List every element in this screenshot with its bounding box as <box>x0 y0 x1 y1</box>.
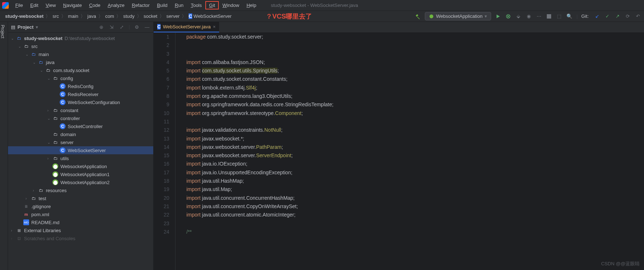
menu-view[interactable]: View <box>42 1 59 9</box>
tree-arrow[interactable]: ⌄ <box>47 76 52 80</box>
menu-tools[interactable]: Tools <box>187 1 205 9</box>
tree-arrow[interactable]: ⌄ <box>11 36 16 40</box>
run-icon[interactable] <box>495 13 501 20</box>
crumb-0[interactable]: study-websocket <box>3 13 46 19</box>
crumb-6[interactable]: socket <box>142 13 160 19</box>
tree-arrow[interactable]: › <box>11 229 16 233</box>
tree-arrow[interactable]: ⌄ <box>25 52 31 56</box>
code-line[interactable]: import java.io.UnsupportedEncodingExcept… <box>186 168 644 177</box>
code-line[interactable]: package com.study.socket.server; <box>186 33 644 41</box>
code-line[interactable]: import javax.validation.constraints.NotN… <box>186 126 644 134</box>
tree-arrow[interactable]: ⌄ <box>18 44 23 48</box>
gear-icon[interactable]: ⚙ <box>134 24 140 31</box>
code-line[interactable]: import java.util.concurrent.atomic.Atomi… <box>186 211 644 219</box>
tree-arrow[interactable]: ⌄ <box>47 140 52 144</box>
menu-code[interactable]: Code <box>86 1 104 9</box>
menu-run[interactable]: Run <box>171 1 187 9</box>
code-line[interactable]: import java.util.concurrent.CopyOnWriteA… <box>186 202 644 211</box>
editor-tab[interactable]: C WebSocketServer.java × <box>154 22 219 32</box>
debug-icon[interactable] <box>505 13 511 20</box>
tree-node[interactable]: 🗎.gitignore <box>8 202 153 210</box>
tree-node[interactable]: ›🗀test <box>8 194 153 202</box>
tree-node[interactable]: ⌄🗀server <box>8 138 153 146</box>
tree-arrow[interactable]: › <box>25 196 31 200</box>
tree-node[interactable]: ›🗀constant <box>8 106 153 114</box>
tree-arrow[interactable]: ⌄ <box>40 68 45 72</box>
git-update-icon[interactable]: ↙ <box>594 13 600 20</box>
code-line[interactable] <box>186 41 644 49</box>
code-line[interactable]: import java.util.concurrent.ConcurrentHa… <box>186 194 644 202</box>
code-line[interactable]: import java.util.Map; <box>186 185 644 194</box>
more-icon[interactable]: ⋯ <box>536 13 542 20</box>
tree-node[interactable]: ⌄🗀com.study.socket <box>8 66 153 74</box>
select-opened-icon[interactable]: ⊕ <box>98 24 105 31</box>
crumb-7[interactable]: server <box>164 13 182 19</box>
crumb-8[interactable]: CWebSocketServer <box>186 13 234 19</box>
tree-arrow[interactable]: › <box>47 108 52 112</box>
project-tree[interactable]: ⌄🗀study-websocketD:\test\study-websocket… <box>8 33 153 270</box>
code-line[interactable]: import com.study.socket.constant.Constan… <box>186 75 644 83</box>
run-config-selector[interactable]: WebsocketApplication ▾ <box>425 12 491 20</box>
git-push-icon[interactable]: ↗ <box>614 13 621 20</box>
attach-icon[interactable]: ⬚ <box>556 13 562 20</box>
tree-node[interactable]: CSocketController <box>8 122 153 130</box>
tree-arrow[interactable]: › <box>47 156 52 160</box>
tree-node[interactable]: ⌄🗀main <box>8 50 153 58</box>
git-commit-icon[interactable]: ✓ <box>604 13 611 20</box>
git-revert-icon[interactable]: ↶ <box>635 13 641 20</box>
tree-node[interactable]: ⬤WebsocketApplication2 <box>8 178 153 186</box>
collapse-all-icon[interactable]: ⤢ <box>119 24 125 31</box>
code-line[interactable]: import java.io.IOException; <box>186 160 644 168</box>
tree-node[interactable]: mpom.xml <box>8 210 153 218</box>
chevron-down-icon[interactable]: ▾ <box>36 24 38 30</box>
menu-help[interactable]: Help <box>243 1 260 9</box>
profile-icon[interactable]: ◉ <box>525 13 532 20</box>
tree-node[interactable]: MDREADME.md <box>8 218 153 226</box>
tree-arrow[interactable]: › <box>33 188 38 192</box>
search-icon[interactable]: 🔍 <box>566 13 573 20</box>
tree-node[interactable]: CRedisReceiver <box>8 90 153 98</box>
tree-node[interactable]: ⬤WebsocketApplication1 <box>8 170 153 178</box>
code-line[interactable]: import org.springframework.data.redis.co… <box>186 100 644 109</box>
hide-icon[interactable]: — <box>144 24 150 31</box>
code-line[interactable]: import lombok.extern.slf4j.Slf4j; <box>186 84 644 92</box>
tree-node[interactable]: ›⊡Scratches and Consoles <box>8 234 153 242</box>
code-line[interactable]: import javax.websocket.*; <box>186 135 644 143</box>
close-icon[interactable]: × <box>213 24 216 29</box>
code-line[interactable] <box>186 219 644 228</box>
tree-node[interactable]: ⌄🗀controller <box>8 114 153 122</box>
tree-node[interactable]: ⬤WebsocketApplication <box>8 162 153 170</box>
stop-icon[interactable] <box>546 13 552 20</box>
code-line[interactable]: import javax.websocket.server.ServerEndp… <box>186 151 644 160</box>
code-line[interactable]: import javax.websocket.server.PathParam; <box>186 143 644 151</box>
code-line[interactable]: import org.springframework.stereotype.Co… <box>186 109 644 118</box>
tree-node[interactable]: ›🗀resources <box>8 186 153 194</box>
tree-node[interactable]: ⌄🗀java <box>8 58 153 66</box>
tree-node[interactable]: CRedisConfig <box>8 82 153 90</box>
menu-analyze[interactable]: Analyze <box>104 1 128 9</box>
build-hammer-icon[interactable] <box>415 13 421 20</box>
code-line[interactable] <box>186 50 644 58</box>
menu-window[interactable]: Window <box>219 1 243 9</box>
crumb-3[interactable]: java <box>85 13 98 19</box>
git-history-icon[interactable]: ⟳ <box>624 13 631 20</box>
tree-node[interactable]: ⌄🗀config <box>8 74 153 82</box>
code-line[interactable]: /** <box>186 228 644 236</box>
tree-node[interactable]: CWebSocketServer <box>8 146 153 154</box>
code-line[interactable] <box>186 118 644 126</box>
code-line[interactable]: import java.util.HashMap; <box>186 177 644 185</box>
menu-edit[interactable]: Edit <box>27 1 42 9</box>
menu-refactor[interactable]: Refactor <box>128 1 153 9</box>
code-line[interactable]: import com.alibaba.fastjson.JSON; <box>186 58 644 67</box>
menu-navigate[interactable]: Navigate <box>59 1 85 9</box>
tree-node[interactable]: ›⊞External Libraries <box>8 226 153 234</box>
tree-arrow[interactable]: ⌄ <box>33 60 38 64</box>
code-editor[interactable]: 123456789101112131415161718192021222324 … <box>154 33 644 270</box>
coverage-icon[interactable]: ⬙ <box>515 13 522 20</box>
tree-arrow[interactable]: › <box>11 237 16 241</box>
code-line[interactable]: import com.study.socket.utils.SpringUtil… <box>186 67 644 75</box>
code-line[interactable]: import org.apache.commons.lang3.ObjectUt… <box>186 92 644 100</box>
menu-build[interactable]: Build <box>153 1 171 9</box>
code-content[interactable]: package com.study.socket.server; import … <box>175 33 644 270</box>
tree-node[interactable]: CWebSocketConfiguration <box>8 98 153 106</box>
